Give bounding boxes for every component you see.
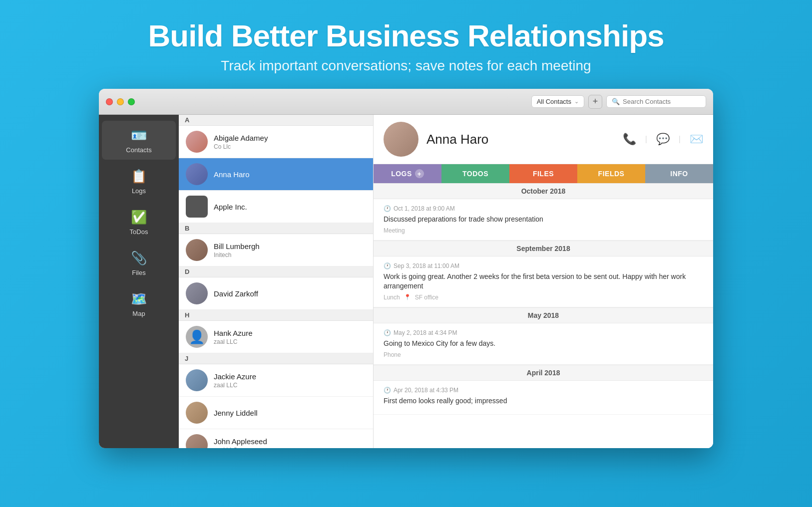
separator-2: | [679, 135, 681, 144]
section-header-d: D [179, 266, 373, 277]
title-bar: All Contacts ⌄ + 🔍 [99, 89, 713, 115]
tab-todos-label: TODOS [462, 170, 488, 178]
map-icon: 🗺️ [131, 291, 147, 307]
contact-item-bill[interactable]: Bill Lumbergh Initech [179, 234, 373, 266]
chevron-down-icon: ⌄ [574, 98, 579, 105]
tab-todos[interactable]: TODOS [441, 164, 509, 183]
message-icon[interactable]: 💬 [656, 133, 670, 146]
avatar-apple [186, 196, 208, 218]
contact-name-david: David Zarkoff [214, 289, 366, 298]
log-timestamp-oct1: 🕐 Oct 1, 2018 at 9:00 AM [384, 205, 703, 212]
hero-subtitle: Track important conversations; save note… [148, 58, 664, 74]
log-month-september: September 2018 [374, 241, 713, 256]
contact-name-abigale: Abigale Adamey [214, 134, 366, 142]
avatar-abigale [186, 131, 208, 153]
location-icon: 📍 [404, 294, 411, 300]
contact-info-john: John Appleseed zaal LLC [214, 437, 366, 449]
log-month-october: October 2018 [374, 183, 713, 199]
log-text-sep3: Work is going great. Another 2 weeks for… [384, 272, 703, 291]
log-month-may: May 2018 [374, 307, 713, 323]
log-time-text-oct1: Oct 1, 2018 at 9:00 AM [394, 205, 455, 212]
contact-company-abigale: Co Llc [214, 143, 366, 150]
main-content: 🪪 Contacts 📋 Logs ✅ ToDos 📎 Files 🗺️ Map [99, 115, 713, 448]
contact-info-bill: Bill Lumbergh Initech [214, 242, 366, 258]
contact-item-david[interactable]: David Zarkoff [179, 277, 373, 310]
avatar-jenny [186, 402, 208, 424]
log-time-text-apr20: Apr 20, 2018 at 4:33 PM [394, 387, 458, 394]
hero-title: Build Better Business Relationships [148, 19, 664, 53]
sidebar-item-files[interactable]: 📎 Files [102, 244, 176, 282]
minimize-button[interactable] [117, 98, 124, 105]
tab-fields[interactable]: FIELDS [577, 164, 645, 183]
clock-icon-sep3: 🕐 [384, 262, 391, 269]
log-entry-apr20: 🕐 Apr 20, 2018 at 4:33 PM First demo loo… [374, 381, 713, 415]
log-time-text-sep3: Sep 3, 2018 at 11:00 AM [394, 262, 459, 269]
detail-avatar [384, 122, 418, 157]
avatar-david [186, 282, 208, 304]
sidebar-item-contacts[interactable]: 🪪 Contacts [102, 121, 176, 160]
log-meta-sep3: Lunch 📍 SF office [384, 294, 703, 301]
plus-icon: + [593, 96, 598, 107]
contact-info-jenny: Jenny Liddell [214, 409, 366, 417]
log-month-april: April 2018 [374, 365, 713, 381]
clock-icon-may2: 🕐 [384, 329, 391, 336]
log-type-oct1: Meeting [384, 227, 405, 234]
contact-company-hank: zaal LLC [214, 338, 366, 345]
log-type-may2: Phone [384, 351, 401, 358]
sidebar-label-todos: ToDos [130, 228, 148, 236]
log-entry-sep3: 🕐 Sep 3, 2018 at 11:00 AM Work is going … [374, 256, 713, 307]
dropdown-label: All Contacts [537, 98, 571, 105]
contact-name-hank: Hank Azure [214, 329, 366, 337]
detail-header: Anna Haro 📞 | 💬 | ✉️ [374, 115, 713, 164]
contact-item-hank[interactable]: 👤 Hank Azure zaal LLC [179, 321, 373, 353]
contacts-dropdown[interactable]: All Contacts ⌄ [531, 95, 584, 108]
section-header-b: B [179, 223, 373, 234]
tab-info[interactable]: INFO [645, 164, 713, 183]
log-entry-oct1: 🕐 Oct 1, 2018 at 9:00 AM Discussed prepa… [374, 199, 713, 241]
sidebar-item-map[interactable]: 🗺️ Map [102, 284, 176, 323]
detail-tabs: LOGS + TODOS FILES FIELDS INFO [374, 164, 713, 183]
email-icon[interactable]: ✉️ [690, 133, 703, 146]
contact-item-apple[interactable]: Apple Inc. [179, 191, 373, 223]
detail-panel: Anna Haro 📞 | 💬 | ✉️ LOGS + TODOS [374, 115, 713, 448]
tab-files[interactable]: FILES [509, 164, 577, 183]
tab-logs-add[interactable]: + [415, 169, 424, 178]
log-timestamp-sep3: 🕐 Sep 3, 2018 at 11:00 AM [384, 262, 703, 269]
avatar-bill [186, 239, 208, 261]
contact-list: A Abigale Adamey Co Llc Anna Haro [179, 115, 374, 448]
clock-icon: 🕐 [384, 205, 391, 212]
contact-name-apple: Apple Inc. [214, 203, 366, 211]
tab-logs[interactable]: LOGS + [374, 164, 441, 183]
search-bar[interactable]: 🔍 [606, 95, 706, 108]
contact-item-anna[interactable]: Anna Haro [179, 158, 373, 191]
contact-info-hank: Hank Azure zaal LLC [214, 329, 366, 345]
close-button[interactable] [106, 98, 113, 105]
contact-info-apple: Apple Inc. [214, 203, 366, 211]
log-time-text-may2: May 2, 2018 at 4:34 PM [394, 329, 457, 336]
title-bar-controls: All Contacts ⌄ + 🔍 [531, 95, 706, 109]
detail-actions: 📞 | 💬 | ✉️ [623, 133, 703, 146]
maximize-button[interactable] [128, 98, 135, 105]
contact-name-jackie: Jackie Azure [214, 372, 366, 381]
search-icon: 🔍 [612, 98, 620, 105]
add-contact-button[interactable]: + [588, 95, 602, 109]
separator-1: | [645, 135, 647, 144]
log-content: October 2018 🕐 Oct 1, 2018 at 9:00 AM Di… [374, 183, 713, 448]
contact-info-jackie: Jackie Azure zaal LLC [214, 372, 366, 389]
log-type-sep3: Lunch [384, 294, 400, 301]
contact-item-jackie[interactable]: Jackie Azure zaal LLC [179, 364, 373, 397]
avatar-hank: 👤 [186, 326, 208, 348]
phone-icon[interactable]: 📞 [623, 133, 636, 146]
contact-item-jenny[interactable]: Jenny Liddell [179, 397, 373, 429]
sidebar-item-todos[interactable]: ✅ ToDos [102, 203, 176, 242]
section-header-j: J [179, 353, 373, 364]
logs-icon: 📋 [131, 169, 147, 184]
clock-icon-apr20: 🕐 [384, 387, 391, 394]
contact-item-john[interactable]: John Appleseed zaal LLC [179, 429, 373, 448]
log-location-sep3: SF office [415, 294, 438, 301]
contact-company-john: zaal LLC [214, 447, 366, 449]
contact-item-abigale[interactable]: Abigale Adamey Co Llc [179, 126, 373, 158]
sidebar-item-logs[interactable]: 📋 Logs [102, 162, 176, 201]
search-input[interactable] [623, 98, 701, 105]
log-text-apr20: First demo looks really good; impressed [384, 396, 703, 406]
